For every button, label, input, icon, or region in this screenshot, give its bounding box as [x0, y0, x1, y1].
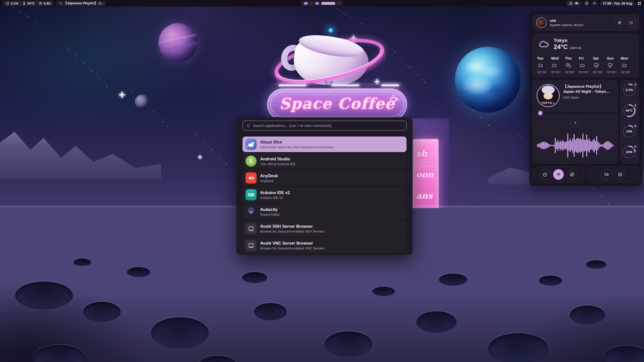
- waveform-bar: [600, 144, 601, 147]
- clock-label: 17:09 - Tue, 19 Aug: [603, 2, 632, 5]
- search-input[interactable]: [253, 124, 403, 128]
- workspace-dot[interactable]: [310, 2, 313, 5]
- forecast-day-label: Sat: [593, 56, 607, 60]
- powersave-mode-button[interactable]: [567, 169, 577, 180]
- forecast-day-label: Mon: [621, 56, 635, 60]
- avatar[interactable]: [536, 17, 547, 28]
- workspace-switcher[interactable]: [301, 1, 343, 6]
- waveform-bar: [570, 139, 571, 152]
- app-row-avahi-ssh-server-browser[interactable]: Avahi SSH Server Browser Browse for Zero…: [243, 221, 407, 236]
- waveform-bar: [602, 144, 603, 147]
- waveform-bar: [608, 141, 609, 150]
- workspace-dot[interactable]: [304, 2, 308, 5]
- music-player-card: 【Japanese Playlist】 Japan All Night - To…: [533, 80, 618, 163]
- desktop: Space Coffee sh oon ans 3.1% 54°C: [0, 0, 644, 362]
- waveform-bar: [580, 138, 581, 153]
- waveform-bar: [579, 139, 580, 152]
- arduino-app-icon: [246, 189, 257, 200]
- crater: [416, 311, 457, 333]
- power-button[interactable]: [627, 18, 636, 27]
- screenshot-button[interactable]: [615, 169, 625, 180]
- waveform-bar: [605, 142, 606, 149]
- search-icon: [246, 123, 251, 128]
- display-icon[interactable]: [575, 1, 579, 5]
- volume-button[interactable]: [592, 1, 598, 6]
- forecast-weather-icon: [621, 62, 627, 69]
- waveform-bar: [582, 133, 583, 158]
- search-box[interactable]: [243, 121, 407, 130]
- waveform-bar: [606, 141, 607, 150]
- gauge-disk: 24%: [622, 145, 637, 161]
- seek-bar[interactable]: [537, 111, 614, 115]
- waveform-bar: [587, 140, 588, 151]
- app-results-list: About Xfce Information about the Xfce De…: [243, 137, 407, 253]
- forecast-temps: 35°/25°: [551, 70, 565, 74]
- app-row-arduino-ide-v2[interactable]: Arduino IDE v2 Arduino IDE v2: [243, 187, 407, 203]
- audio-waveform: [537, 131, 614, 160]
- waveform-bar: [562, 140, 563, 151]
- notifications-button[interactable]: [584, 1, 590, 6]
- forecast-day-sun: Sun 33°/26°: [607, 56, 621, 74]
- workspace-dot-active[interactable]: [321, 2, 335, 5]
- app-row-about-xfce[interactable]: About Xfce Information about the Xfce De…: [243, 137, 407, 152]
- app-name: Avahi SSH Server Browser: [260, 224, 325, 229]
- app-name: About Xfce: [260, 140, 333, 145]
- crater: [242, 272, 267, 283]
- roof-light: [381, 84, 399, 86]
- app-row-android-studio[interactable]: Android Studio The official Android IDE: [243, 153, 407, 169]
- app-name: AnyDesk: [260, 173, 278, 178]
- crater: [586, 260, 606, 269]
- workspace-dot[interactable]: [315, 2, 319, 5]
- waveform-bar: [548, 144, 549, 147]
- forecast-temps: 33°/24°: [537, 70, 551, 74]
- forecast-weather-icon: [607, 62, 613, 69]
- app-row-avahi-vnc-server-browser[interactable]: Avahi VNC Server Browser Browse for Zero…: [243, 238, 407, 253]
- waveform-bar: [575, 140, 576, 152]
- waveform-bar: [586, 134, 587, 157]
- speed-icon: [634, 83, 637, 86]
- neon-sign: Space Coffee: [267, 88, 407, 120]
- gauge-speed: 3.1%: [622, 83, 637, 99]
- waveform-bar: [590, 141, 591, 150]
- track-subtitle: Chill Japan.: [563, 96, 614, 99]
- waveform-bar: [550, 145, 551, 147]
- temp-stat: 54°C: [22, 1, 35, 5]
- album-art[interactable]: [537, 84, 560, 107]
- app-row-audacity[interactable]: Audacity Sound Editor: [243, 204, 407, 219]
- seek-knob[interactable]: [538, 111, 542, 115]
- weather-card: Tokyo 24°C (GMT+9) Tue 33°/24° Wed 35°/2…: [533, 34, 639, 77]
- weather-cloud-icon: [537, 37, 550, 51]
- network-icon[interactable]: [569, 1, 573, 5]
- chip-icon: [634, 124, 637, 128]
- forecast-day-label: Sun: [607, 56, 621, 60]
- settings-button[interactable]: [615, 18, 624, 27]
- system-stats-pill[interactable]: 3.1% 54°C 6.8G: [3, 1, 54, 6]
- workspace-dot[interactable]: [338, 2, 340, 5]
- performance-mode-button[interactable]: [540, 169, 550, 180]
- cpu-stat: 3.1%: [6, 1, 18, 5]
- screen-record-button[interactable]: [601, 169, 612, 180]
- waveform-bar: [564, 141, 565, 150]
- app-description: Browse for Zeroconf-enabled VNC Servers: [260, 246, 325, 250]
- forecast-day-thu: Thu 33°/26°: [565, 56, 579, 74]
- pause-icon: [59, 2, 62, 5]
- waveform-bar: [540, 143, 541, 148]
- waveform-bar: [584, 139, 585, 152]
- waveform-bar: [538, 144, 539, 147]
- app-grid-icon[interactable]: [637, 1, 641, 6]
- waveform-bar: [604, 143, 605, 148]
- avahi-app-icon: [246, 240, 257, 251]
- crater: [254, 303, 287, 321]
- play-pause-button[interactable]: [570, 118, 580, 128]
- waveform-bar: [555, 138, 556, 153]
- crater: [325, 331, 372, 356]
- now-playing-pill[interactable]: 【Japanese Playlist】 J...: [56, 1, 106, 6]
- app-description: AnyDesk: [260, 179, 278, 183]
- crater: [83, 302, 121, 322]
- forecast-day-label: Wed: [551, 56, 565, 60]
- waveform-bar: [565, 142, 566, 149]
- balanced-mode-button[interactable]: [553, 169, 564, 180]
- weather-forecast: Tue 33°/24° Wed 35°/25° Thu 33°/26° Fri …: [537, 56, 635, 74]
- clock[interactable]: 17:09 - Tue, 19 Aug: [600, 1, 635, 6]
- app-row-anydesk[interactable]: AnyDesk AnyDesk: [243, 170, 407, 186]
